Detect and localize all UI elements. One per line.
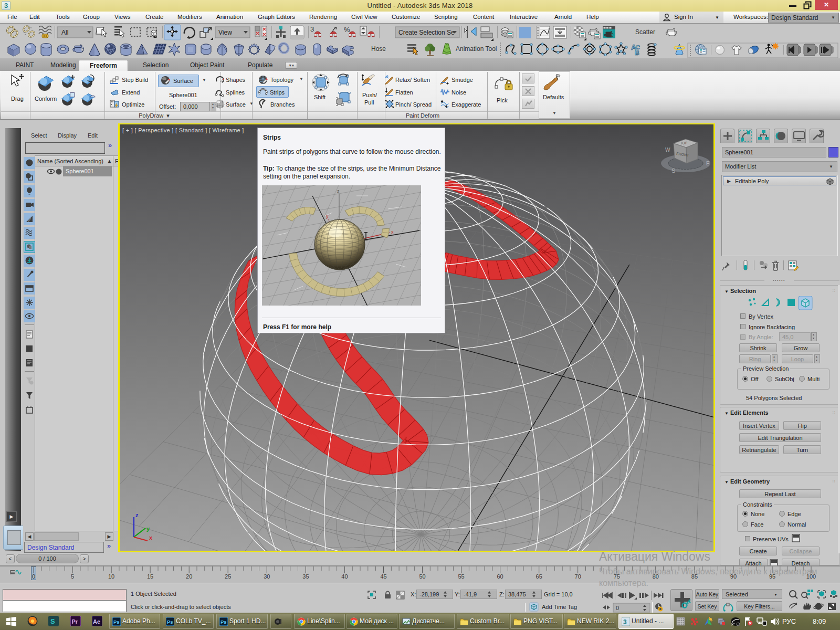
svg-text:70: 70 — [575, 573, 581, 580]
svg-text:E: E — [706, 161, 710, 166]
svg-text:65: 65 — [536, 573, 542, 580]
svg-text:20: 20 — [186, 573, 192, 580]
svg-text:%: % — [344, 26, 350, 34]
svg-text:View: View — [218, 29, 232, 36]
svg-text:60: 60 — [497, 573, 503, 580]
svg-text:50: 50 — [419, 573, 425, 580]
svg-text:3: 3 — [623, 618, 627, 626]
svg-text:Ps: Ps — [167, 619, 173, 625]
svg-text:Scatter: Scatter — [635, 28, 655, 36]
svg-text:55: 55 — [458, 573, 464, 580]
svg-text:S: S — [50, 617, 55, 625]
svg-text:0: 0 — [32, 573, 35, 580]
svg-text:z: z — [337, 188, 340, 194]
svg-text:Pr: Pr — [72, 618, 78, 625]
svg-text:All: All — [61, 29, 68, 36]
svg-text:15: 15 — [147, 573, 153, 580]
svg-text:Hose: Hose — [371, 45, 386, 52]
svg-text:W: W — [665, 147, 670, 153]
svg-text:S: S — [671, 167, 675, 174]
svg-text:Ps: Ps — [220, 619, 227, 625]
svg-text:0: 0 — [616, 605, 619, 611]
svg-text:y: y — [146, 526, 150, 532]
svg-text:Create Selection Se: Create Selection Se — [398, 29, 455, 36]
svg-text:30: 30 — [264, 573, 270, 580]
svg-text:35: 35 — [302, 573, 309, 580]
svg-text:y: y — [326, 214, 329, 219]
svg-text:B: B — [635, 49, 639, 57]
svg-text:z: z — [135, 512, 139, 518]
svg-text:Animation Tool: Animation Tool — [456, 45, 497, 52]
svg-text:40: 40 — [341, 573, 348, 580]
svg-text:TOP: TOP — [680, 141, 688, 145]
svg-text:Ae: Ae — [93, 618, 100, 625]
svg-text:x: x — [391, 229, 394, 235]
svg-text:x: x — [149, 534, 153, 541]
svg-text:25: 25 — [225, 573, 231, 580]
svg-text:5: 5 — [71, 573, 74, 580]
svg-text:45: 45 — [380, 573, 386, 580]
svg-text:Ps: Ps — [113, 619, 120, 625]
svg-text:3: 3 — [310, 25, 314, 33]
svg-text:10: 10 — [108, 573, 114, 580]
